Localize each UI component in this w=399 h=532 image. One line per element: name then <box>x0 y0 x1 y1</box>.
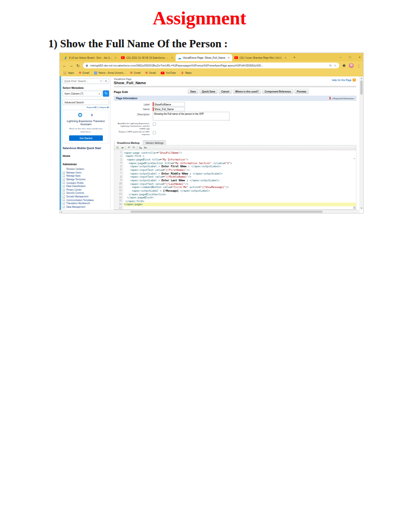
bookmark-star-icon[interactable]: ☆ <box>334 64 337 67</box>
horizontal-scrollbar[interactable]: ◄ <box>60 210 360 213</box>
redo-icon[interactable]: ↷ <box>132 147 135 150</box>
goto-line-icon[interactable]: ➜ <box>121 147 124 150</box>
expand-collapse-links[interactable]: Expand All | Collapse All <box>63 106 110 109</box>
sidebar-item-mobile-quick-start[interactable]: Salesforce Mobile Quick Start <box>63 147 110 150</box>
code-line[interactable]: <apex:outputLabel > Enter Middle NAme : … <box>124 171 356 175</box>
code-line[interactable]: <apex:page controller="ShowFullName"> <box>124 151 356 155</box>
profile-avatar[interactable] <box>349 63 354 68</box>
horizontal-scrollbar-thumb[interactable] <box>130 211 323 213</box>
sidebar-item[interactable]: Release Updates <box>63 167 110 171</box>
scroll-left-icon[interactable]: ◄ <box>60 210 63 214</box>
code-line[interactable]: <apex:outputLabel > {!Message} </apex:ou… <box>124 189 356 193</box>
code-line[interactable]: <apex:inputText value="{!MiddleName}"/> <box>124 175 356 179</box>
sidebar-item[interactable]: +Company Profile <box>63 181 110 185</box>
sidebar-item[interactable]: +Domain Management <box>63 195 110 198</box>
help-link[interactable]: Help for this Page <box>332 78 352 82</box>
expand-plus-icon[interactable]: + <box>63 182 65 184</box>
reload-icon[interactable]: ↻ <box>76 63 79 68</box>
close-button[interactable]: × <box>358 55 361 59</box>
editor-scroll-up-icon[interactable]: ▲ <box>353 157 355 159</box>
expand-plus-icon[interactable]: + <box>63 178 65 181</box>
bookmark-item[interactable]: MGmail <box>145 72 156 75</box>
sidebar-item[interactable]: +Manage Users <box>63 171 110 175</box>
editor-resize-grip-icon[interactable] <box>353 207 356 209</box>
page-edit-button[interactable]: Where is this used? <box>233 89 261 94</box>
lightning-available-checkbox[interactable] <box>153 123 156 126</box>
code-line[interactable]: <apex:pageBlock title="My Information"> <box>124 158 356 162</box>
csrf-checkbox[interactable] <box>153 131 156 135</box>
vertical-scrollbar[interactable]: ▲ ▼ <box>360 76 363 210</box>
browser-tab[interactable]: (31) Yuvan Shankar Raja Hits | Vol 1× <box>232 54 289 61</box>
code-line[interactable]: <apex:outputLabel > Enter Last NAme : </… <box>124 179 356 182</box>
code-line[interactable]: <apex:pageBlockSection title="My Informa… <box>124 161 356 165</box>
sidebar-item[interactable]: +Translation Workbench <box>63 202 110 205</box>
page-edit-button[interactable]: Cancel <box>219 89 232 94</box>
scroll-down-icon[interactable]: ▼ <box>360 207 364 210</box>
browser-tab[interactable]: ☁VisualForce Page: Show_Full_Name× <box>176 54 232 61</box>
markup-tab[interactable]: Version Settings <box>143 140 166 145</box>
page-edit-button[interactable]: Save <box>188 89 198 94</box>
code-line[interactable]: <apex:inputText value="{!LastName}"/> <box>124 182 356 185</box>
markup-tab[interactable]: Visualforce Markup <box>114 141 142 145</box>
page-edit-button[interactable]: Component Reference <box>262 89 294 94</box>
code-line[interactable]: <apex:commandButton value="Click Me" act… <box>124 185 356 189</box>
new-tab-button[interactable]: + <box>291 54 298 61</box>
refresh-button[interactable]: ↻ <box>103 90 109 97</box>
url-bar[interactable]: intelogik50-dev-ed.my.salesforce.com/066… <box>83 63 339 69</box>
expand-plus-icon[interactable]: + <box>63 189 65 191</box>
search-icon[interactable] <box>105 79 108 83</box>
page-edit-button[interactable]: Preview <box>295 89 309 94</box>
expand-plus-icon[interactable]: + <box>63 192 65 194</box>
back-icon[interactable]: ← <box>62 63 66 68</box>
code-line[interactable]: <apex:outputLabel > Enter First NAme : <… <box>124 165 356 168</box>
metadata-select[interactable]: Apex Classes (7) ▾ <box>63 91 102 97</box>
code-line[interactable]: </apex:form> <box>124 200 356 203</box>
bookmark-item[interactable]: MGmail <box>130 72 141 75</box>
expand-plus-icon[interactable]: + <box>63 206 65 208</box>
get-started-button[interactable]: Get Started <box>69 136 103 141</box>
expand-plus-icon[interactable]: + <box>63 202 65 205</box>
expand-plus-icon[interactable]: + <box>63 199 65 202</box>
tab-close-icon[interactable]: × <box>114 56 117 59</box>
maximize-button[interactable]: □ <box>349 55 351 59</box>
page-edit-button[interactable]: Quick Save <box>200 89 218 94</box>
code-line[interactable] <box>124 206 356 209</box>
help-icon[interactable]: ? <box>353 78 356 82</box>
code-line[interactable]: </apex:page> <box>124 203 356 206</box>
bookmark-item[interactable]: YouTube <box>161 72 176 75</box>
extensions-icon[interactable] <box>342 64 346 68</box>
expand-plus-icon[interactable]: + <box>63 175 65 177</box>
editor-search-icon[interactable] <box>116 147 119 150</box>
sidebar-item[interactable]: +Manage Apps <box>63 174 110 178</box>
font-decrease-icon[interactable]: A▾ <box>144 147 147 149</box>
bookmark-item[interactable]: Maps <box>181 71 192 74</box>
font-increase-icon[interactable]: A▴ <box>139 147 142 149</box>
code-line[interactable]: </apex:pageBlock> <box>124 196 356 200</box>
expand-plus-icon[interactable]: + <box>63 185 65 188</box>
code-area[interactable]: <apex:page controller="ShowFullName"> <a… <box>123 151 356 210</box>
tab-close-icon[interactable]: × <box>284 56 287 59</box>
quick-find-input[interactable] <box>64 79 99 83</box>
sidebar-item[interactable]: +Manage Territories <box>63 178 110 181</box>
browser-tab[interactable]: (31) 2021 01 08 08 19 Salesforce W...× <box>119 54 176 61</box>
code-line[interactable]: </apex:pageBlockSection> <box>124 192 356 196</box>
advanced-search-link[interactable]: Advanced Search <box>63 99 110 105</box>
sidebar-item[interactable]: +Data Classification <box>63 184 110 188</box>
bookmark-item[interactable]: Apps <box>63 71 74 75</box>
tab-close-icon[interactable]: × <box>228 56 230 59</box>
label-field[interactable] <box>153 102 185 107</box>
editor-body[interactable]: 1234567891011121314151617 <apex:page con… <box>114 151 356 210</box>
expand-plus-icon[interactable]: + <box>63 195 65 198</box>
sidebar-item[interactable]: +Security Controls <box>63 191 110 195</box>
quick-find-box[interactable] <box>63 78 110 84</box>
undo-icon[interactable]: ↶ <box>128 147 130 150</box>
code-line[interactable]: <apex:form > <box>124 154 356 158</box>
zoom-icon[interactable] <box>329 64 332 67</box>
sidebar-item-home[interactable]: Home <box>63 154 110 157</box>
description-field[interactable]: Showing the Full name of the person in t… <box>153 112 230 121</box>
minimize-button[interactable]: – <box>340 55 341 59</box>
sidebar-item[interactable]: +Privacy Center <box>63 188 110 192</box>
scroll-up-icon[interactable]: ▲ <box>360 77 364 79</box>
vertical-scrollbar-thumb[interactable] <box>361 81 363 95</box>
code-line[interactable]: <apex:inputText value="{!FirstName}"/> <box>124 168 356 172</box>
